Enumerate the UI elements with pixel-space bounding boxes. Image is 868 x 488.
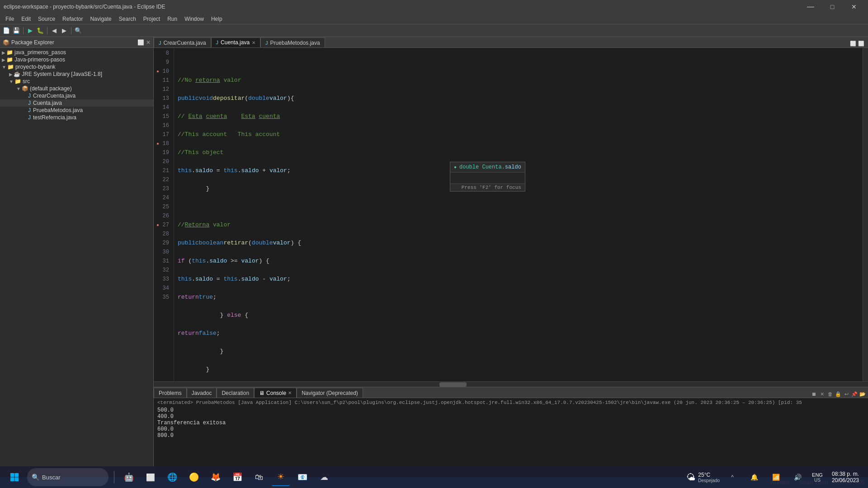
tooltip-popup: ● double Cuenta.saldo Press 'F2' for foc… xyxy=(450,162,525,192)
tray-icon-1: 🔔 xyxy=(750,474,758,481)
forward-button[interactable]: ▶ xyxy=(60,26,69,35)
console-tab-label: Console xyxy=(266,390,286,396)
tray-volume[interactable]: 🔊 xyxy=(788,468,807,486)
menu-navigate[interactable]: Navigate xyxy=(86,15,115,23)
taskbar-task-view[interactable]: ⬜ xyxy=(142,468,160,486)
firefox-icon: 🦊 xyxy=(211,472,221,482)
taskbar-copilot[interactable]: 🤖 xyxy=(120,468,138,486)
edge-icon: 🌐 xyxy=(167,472,177,482)
tooltip-content: double Cuenta.saldo xyxy=(459,164,521,170)
horizontal-scrollbar[interactable] xyxy=(154,381,868,387)
tooltip-body xyxy=(450,173,525,183)
code-content[interactable]: //No retorna valor public void depositar… xyxy=(174,48,863,381)
minimize-button[interactable]: — xyxy=(800,0,821,14)
cuenta-tab-icon: J xyxy=(216,40,219,45)
tree-item-jre[interactable]: ▶ ☕ JRE System Library [JavaSE-1.8] xyxy=(0,70,153,78)
tooltip-header: ● double Cuenta.saldo xyxy=(450,162,525,173)
taskbar-edge[interactable]: 🌐 xyxy=(163,468,181,486)
scroll-lock-button[interactable]: 🔒 xyxy=(835,390,842,398)
line-num-18: 18 xyxy=(156,139,172,148)
line-num-17: 17 xyxy=(156,130,172,139)
minimize-editor-icon[interactable]: ⬜ xyxy=(850,41,856,47)
menu-refactor[interactable]: Refactor xyxy=(59,15,86,23)
tree-item-default-package[interactable]: ▼ 📦 (default package) xyxy=(0,85,153,92)
menu-source[interactable]: Source xyxy=(34,15,59,23)
taskbar-firefox[interactable]: 🦊 xyxy=(207,468,225,486)
taskbar-calendar[interactable]: 📅 xyxy=(228,468,246,486)
pe-close-icon[interactable]: ✕ xyxy=(146,39,151,46)
close-button[interactable]: ✕ xyxy=(844,0,864,14)
tab-javadoc[interactable]: Javadoc xyxy=(187,388,217,398)
tab-cuenta[interactable]: J Cuenta.java ✕ xyxy=(211,38,261,47)
tab-crear-cuenta[interactable]: J CrearCuenta.java xyxy=(154,38,211,47)
tab-navigator[interactable]: Navigator (Deprecated) xyxy=(297,388,363,398)
tree-item-java-primeros-pasos2[interactable]: ▶ 📁 Java-primeros-pasos xyxy=(0,56,153,63)
clear-console-button[interactable]: 🗑 xyxy=(826,390,834,398)
tree-item-proyecto-bybank[interactable]: ▼ 📁 proyecto-bybank xyxy=(0,63,153,70)
tree-item-crear-cuenta[interactable]: ▶ J CrearCuenta.java xyxy=(0,92,153,99)
tree-item-java-primeros-pasos[interactable]: ▶ 📁 java_primeros_pasos xyxy=(0,49,153,56)
taskbar-onedrive[interactable]: ☁ xyxy=(315,468,333,486)
maximize-editor-icon[interactable]: ⬜ xyxy=(858,41,864,47)
tree-item-prueba-metodos[interactable]: ▶ J PruebaMetodos.java xyxy=(0,107,153,114)
package-explorer-title: Package Explorer xyxy=(11,39,54,46)
tab-declaration[interactable]: Declaration xyxy=(217,388,254,398)
declaration-tab-label: Declaration xyxy=(222,390,249,396)
taskbar-store[interactable]: 🛍 xyxy=(250,468,268,486)
console-tab-close[interactable]: ✕ xyxy=(288,390,292,395)
word-wrap-button[interactable]: ↩ xyxy=(843,390,850,398)
remove-launch-button[interactable]: ✕ xyxy=(818,390,826,398)
tree-item-cuenta[interactable]: ▶ J Cuenta.java xyxy=(0,99,153,107)
lang-region: US xyxy=(812,478,823,483)
task-view-icon: ⬜ xyxy=(146,473,155,482)
h-scroll-thumb[interactable] xyxy=(439,382,467,387)
menu-project[interactable]: Project xyxy=(140,15,164,23)
weather-icon: 🌤 xyxy=(686,472,695,483)
terminate-button[interactable]: ⏹ xyxy=(810,390,817,398)
line-num-32: 32 xyxy=(156,266,172,275)
toolbar-separator xyxy=(23,27,24,34)
menu-file[interactable]: File xyxy=(2,15,18,23)
search-button[interactable]: 🔍 xyxy=(74,26,83,35)
tab-prueba-metodos[interactable]: J PruebaMetodos.java xyxy=(260,38,325,47)
javadoc-tab-label: Javadoc xyxy=(192,390,212,396)
save-button[interactable]: 💾 xyxy=(12,26,21,35)
tooltip-footer: Press 'F2' for focus xyxy=(450,183,525,191)
maximize-button[interactable]: □ xyxy=(822,0,843,14)
menu-window[interactable]: Window xyxy=(181,15,208,23)
start-button[interactable] xyxy=(5,468,24,486)
taskbar-eclipse[interactable]: ☀ xyxy=(272,468,290,486)
menu-help[interactable]: Help xyxy=(208,15,226,23)
menu-run[interactable]: Run xyxy=(164,15,181,23)
pe-minimize-icon[interactable]: ⬜ xyxy=(137,39,144,46)
new-button[interactable]: 📄 xyxy=(2,26,11,35)
tray-lang[interactable]: ENG US xyxy=(810,468,825,486)
tree-item-test-referncia[interactable]: ▶ J testReferncia.java xyxy=(0,114,153,121)
taskbar-chrome[interactable]: 🟡 xyxy=(185,468,203,486)
toolbar-separator-3 xyxy=(71,27,71,34)
tooltip-dot-icon: ● xyxy=(454,165,457,170)
menu-edit[interactable]: Edit xyxy=(18,15,34,23)
right-scrollbar[interactable] xyxy=(863,48,868,381)
run-button[interactable]: ▶ xyxy=(26,26,35,35)
tab-problems[interactable]: Problems xyxy=(154,388,187,398)
tray-network[interactable]: 📶 xyxy=(767,468,785,486)
tab-console[interactable]: 🖥 Console ✕ xyxy=(254,388,297,398)
open-console-button[interactable]: 📂 xyxy=(859,390,866,398)
cuenta-tab-close[interactable]: ✕ xyxy=(252,40,255,45)
tray-app-1[interactable]: 🔔 xyxy=(745,468,763,486)
code-editor[interactable]: 8 9 10 11 12 13 14 15 16 17 18 19 20 21 … xyxy=(154,48,868,381)
menu-search[interactable]: Search xyxy=(115,15,140,23)
tree-item-src[interactable]: ▼ 📁 src xyxy=(0,78,153,85)
line-num-12: 12 xyxy=(156,85,172,94)
back-button[interactable]: ◀ xyxy=(50,26,59,35)
line-num-16: 16 xyxy=(156,121,172,130)
problems-tab-label: Problems xyxy=(159,390,182,396)
taskbar-time[interactable]: 08:38 p. m. 20/06/2023 xyxy=(828,471,863,483)
pin-console-button[interactable]: 📌 xyxy=(851,390,858,398)
search-taskbar[interactable]: 🔍 Buscar xyxy=(27,468,108,486)
taskbar-mail[interactable]: 📧 xyxy=(293,468,311,486)
debug-button[interactable]: 🐛 xyxy=(36,26,45,35)
code-line-21: return true; xyxy=(178,293,859,302)
tray-expand[interactable]: ^ xyxy=(723,468,741,486)
